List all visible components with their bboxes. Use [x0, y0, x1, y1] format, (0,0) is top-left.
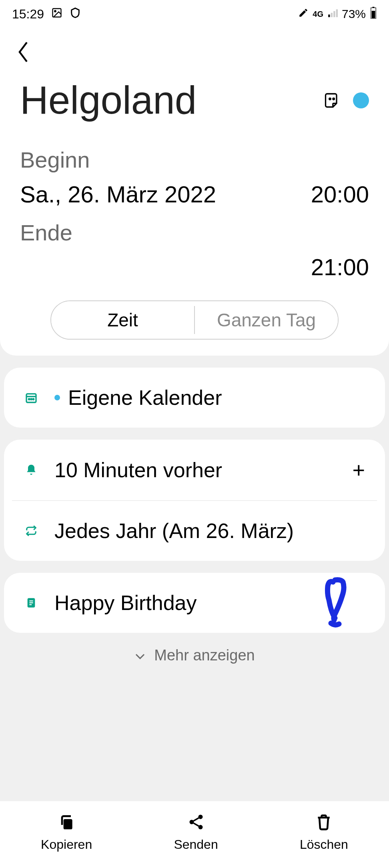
- share-icon: [187, 813, 205, 832]
- calendar-row[interactable]: Eigene Kalender: [4, 368, 385, 428]
- calendar-label: Eigene Kalender: [68, 386, 365, 410]
- add-reminder-icon[interactable]: +: [352, 458, 365, 482]
- toggle-container: Zeit Ganzen Tag: [20, 300, 369, 340]
- start-date[interactable]: Sa., 26. März 2022: [20, 181, 216, 208]
- back-button[interactable]: [0, 28, 389, 70]
- svg-rect-20: [64, 819, 72, 830]
- handwritten-annotation: [323, 576, 355, 630]
- title-row: Helgoland: [0, 70, 389, 147]
- svg-rect-5: [336, 9, 338, 17]
- pen-icon: [298, 7, 309, 21]
- calendar-icon: [24, 391, 38, 404]
- delete-label: Löschen: [300, 837, 348, 852]
- bottom-bar: Kopieren Senden Löschen: [0, 801, 389, 868]
- network-type: 4G: [313, 10, 323, 19]
- end-time[interactable]: 21:00: [20, 254, 369, 280]
- time-section: Beginn Sa., 26. März 2022 20:00 Ende 21:…: [0, 147, 389, 340]
- svg-point-22: [189, 820, 194, 824]
- end-label: Ende: [20, 220, 369, 246]
- reminder-row[interactable]: 10 Minuten vorher +: [4, 440, 385, 500]
- svg-point-13: [28, 399, 30, 400]
- status-right: 4G 73%: [298, 7, 377, 22]
- reminder-label: 10 Minuten vorher: [54, 458, 336, 482]
- copy-icon: [58, 813, 75, 832]
- notes-card: Happy Birthday: [4, 573, 385, 633]
- main-card: Helgoland Beginn Sa., 26. März 2022 20:0…: [0, 28, 389, 356]
- svg-rect-3: [331, 13, 333, 17]
- notes-label: Happy Birthday: [54, 591, 365, 615]
- svg-point-15: [33, 399, 34, 400]
- toggle-time[interactable]: Zeit: [51, 301, 194, 339]
- bell-icon: [24, 463, 38, 477]
- send-label: Senden: [174, 837, 218, 852]
- svg-point-10: [333, 98, 335, 100]
- toggle-allday[interactable]: Ganzen Tag: [195, 301, 338, 339]
- status-bar: 15:29 4G 73%: [0, 0, 389, 28]
- start-label: Beginn: [20, 147, 369, 173]
- battery-icon: [370, 7, 377, 22]
- shield-icon: [70, 7, 81, 22]
- battery-percent: 73%: [342, 7, 366, 21]
- status-time: 15:29: [12, 7, 44, 22]
- status-left: 15:29: [12, 7, 81, 22]
- reminder-repeat-card: 10 Minuten vorher + Jedes Jahr (Am 26. M…: [4, 440, 385, 561]
- color-dot[interactable]: [353, 92, 369, 108]
- svg-rect-4: [333, 11, 335, 17]
- repeat-icon: [24, 525, 38, 537]
- gallery-icon: [51, 7, 62, 22]
- more-label: Mehr anzeigen: [154, 647, 255, 664]
- calendar-card: Eigene Kalender: [4, 368, 385, 428]
- sticker-icon[interactable]: [323, 92, 341, 109]
- svg-point-1: [54, 10, 56, 12]
- copy-label: Kopieren: [41, 837, 92, 852]
- start-row[interactable]: Sa., 26. März 2022 20:00: [20, 181, 369, 208]
- copy-button[interactable]: Kopieren: [41, 813, 92, 852]
- svg-rect-8: [372, 11, 375, 18]
- signal-icon: [327, 7, 338, 21]
- time-allday-toggle: Zeit Ganzen Tag: [50, 300, 339, 340]
- svg-rect-2: [328, 14, 330, 17]
- notes-icon: [24, 596, 38, 609]
- svg-point-9: [329, 98, 331, 100]
- svg-line-24: [193, 818, 199, 821]
- event-title[interactable]: Helgoland: [20, 78, 311, 123]
- svg-line-25: [193, 823, 199, 826]
- more-row[interactable]: Mehr anzeigen: [0, 633, 389, 678]
- svg-point-14: [31, 399, 32, 400]
- delete-button[interactable]: Löschen: [300, 813, 348, 852]
- calendar-color-dot: [54, 395, 60, 400]
- repeat-label: Jedes Jahr (Am 26. März): [54, 519, 365, 543]
- chevron-down-icon: [134, 647, 146, 664]
- start-time[interactable]: 20:00: [311, 181, 369, 208]
- svg-point-21: [198, 815, 203, 819]
- repeat-row[interactable]: Jedes Jahr (Am 26. März): [4, 501, 385, 561]
- svg-point-23: [198, 825, 203, 829]
- send-button[interactable]: Senden: [174, 813, 218, 852]
- trash-icon: [315, 813, 333, 832]
